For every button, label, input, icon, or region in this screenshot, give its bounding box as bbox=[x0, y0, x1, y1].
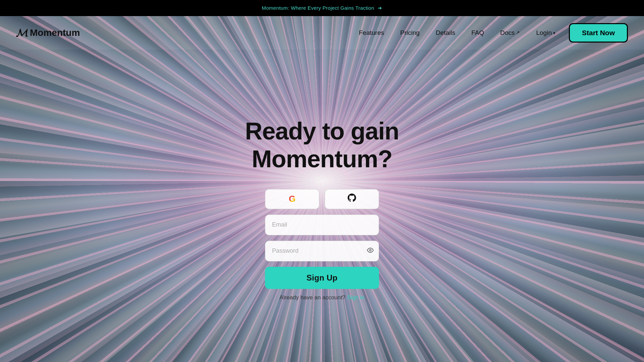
password-wrapper bbox=[265, 241, 379, 261]
signin-prompt: Already have an account? bbox=[279, 294, 345, 301]
github-icon bbox=[347, 193, 357, 205]
signin-text: Already have an account? Sign in bbox=[279, 294, 364, 301]
signup-form: G bbox=[265, 189, 379, 301]
login-label: Login bbox=[536, 29, 552, 37]
nav-pricing[interactable]: Pricing bbox=[400, 29, 420, 37]
eye-icon bbox=[367, 248, 374, 255]
password-toggle-button[interactable] bbox=[367, 247, 374, 255]
announcement-content: Momentum: Where Every Project Gains Trac… bbox=[262, 5, 374, 11]
logo-icon: 𝓜 bbox=[16, 27, 27, 39]
nav-links: Features Pricing Details FAQ Docs ↗ Logi… bbox=[359, 29, 555, 37]
announcement-bar[interactable]: Momentum: Where Every Project Gains Trac… bbox=[0, 0, 644, 16]
svg-point-0 bbox=[370, 249, 371, 251]
github-signin-button[interactable] bbox=[325, 189, 379, 209]
nav-login[interactable]: Login ▾ bbox=[536, 29, 555, 37]
password-input[interactable] bbox=[265, 241, 379, 261]
hero-title-line1: Ready to gain bbox=[245, 118, 399, 144]
main-content: Ready to gain Momentum? G bbox=[0, 50, 644, 362]
docs-label: Docs bbox=[500, 29, 515, 37]
announcement-text: Momentum: Where Every Project Gains Trac… bbox=[262, 5, 382, 11]
nav-features[interactable]: Features bbox=[359, 29, 384, 37]
email-input[interactable] bbox=[265, 215, 379, 235]
google-icon: G bbox=[289, 194, 296, 204]
external-link-icon: ↗ bbox=[516, 30, 520, 35]
logo-text: Momentum bbox=[30, 27, 80, 38]
logo[interactable]: 𝓜 Momentum bbox=[16, 27, 80, 39]
google-signin-button[interactable]: G bbox=[265, 189, 319, 209]
nav-faq[interactable]: FAQ bbox=[471, 29, 484, 37]
nav-docs[interactable]: Docs ↗ bbox=[500, 29, 520, 37]
hero-title-line2: Momentum? bbox=[252, 145, 392, 172]
navbar: 𝓜 Momentum Features Pricing Details FAQ … bbox=[0, 16, 644, 50]
signup-button[interactable]: Sign Up bbox=[265, 267, 379, 289]
nav-details[interactable]: Details bbox=[436, 29, 455, 37]
hero-title: Ready to gain Momentum? bbox=[245, 117, 399, 173]
start-now-button[interactable]: Start Now bbox=[569, 23, 628, 43]
oauth-row: G bbox=[265, 189, 379, 209]
chevron-down-icon: ▾ bbox=[553, 31, 555, 36]
signin-link[interactable]: Sign in bbox=[347, 294, 365, 301]
announcement-arrow: ➔ bbox=[378, 5, 382, 11]
